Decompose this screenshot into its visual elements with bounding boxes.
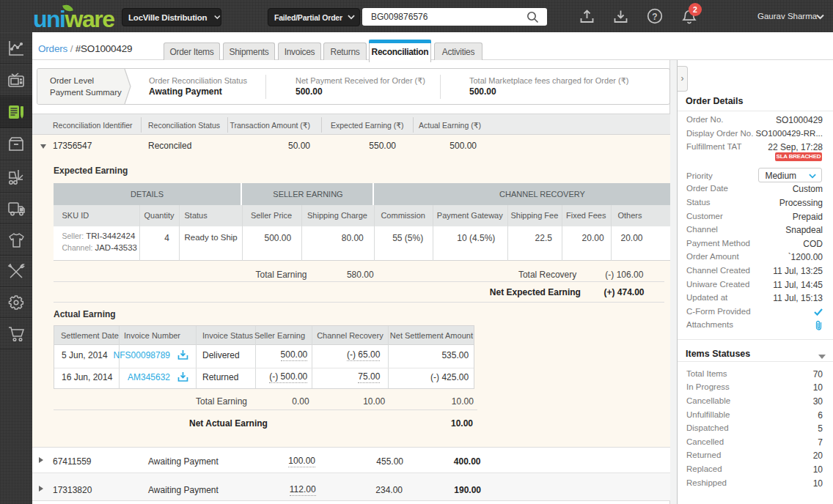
svg-text:?: ? [652,12,657,22]
